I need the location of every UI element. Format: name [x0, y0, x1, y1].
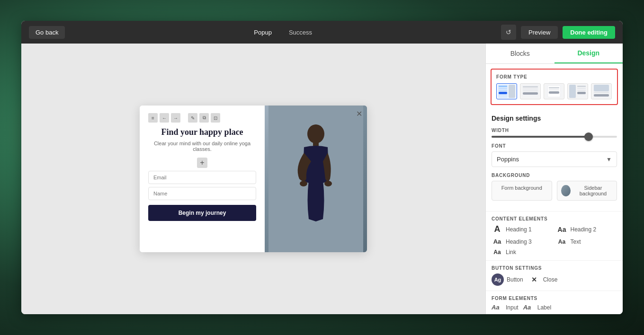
- form-type-full[interactable]: [520, 83, 541, 99]
- svg-rect-19: [549, 87, 559, 88]
- svg-rect-7: [499, 86, 507, 87]
- font-label: FONT: [492, 143, 617, 149]
- button-settings-row: Ag Button ✕ Close: [492, 273, 617, 286]
- submit-button[interactable]: Begin my journey: [148, 205, 256, 221]
- toolbar-edit-icon[interactable]: ✎: [188, 113, 197, 123]
- svg-rect-10: [499, 92, 507, 94]
- form-type-split-right[interactable]: [567, 83, 588, 99]
- heading3-icon: Aa: [492, 238, 503, 245]
- svg-rect-22: [569, 85, 576, 98]
- history-button[interactable]: ↺: [501, 25, 516, 40]
- heading2-icon: Aa: [556, 226, 568, 233]
- label-element[interactable]: Aa Label: [523, 304, 551, 311]
- text-element[interactable]: Aa Text: [556, 238, 617, 245]
- svg-rect-30: [594, 92, 609, 93]
- close-element[interactable]: ✕ Close: [528, 273, 558, 286]
- close-icon: ✕: [528, 273, 540, 286]
- form-type-card[interactable]: [544, 83, 564, 99]
- popup-close-button[interactable]: ✕: [356, 109, 362, 118]
- svg-rect-26: [577, 90, 586, 91]
- form-background-option[interactable]: Form background: [492, 181, 552, 201]
- svg-rect-27: [577, 92, 586, 94]
- text-icon: Aa: [556, 238, 568, 245]
- input-element[interactable]: Aa Input: [492, 304, 519, 311]
- label-label: Label: [537, 304, 551, 311]
- width-setting: WIDTH: [492, 128, 617, 138]
- width-slider[interactable]: [492, 136, 617, 138]
- svg-rect-29: [594, 85, 609, 91]
- toolbar-right-icon[interactable]: →: [171, 113, 180, 123]
- link-label: Link: [506, 249, 516, 256]
- design-settings-title: Design settings: [492, 115, 617, 122]
- heading2-element[interactable]: Aa Heading 2: [556, 224, 617, 234]
- button-label: Button: [507, 276, 523, 283]
- text-label: Text: [571, 238, 581, 245]
- form-type-label: FORM TYPE: [496, 74, 612, 79]
- sidebar-bg-thumb: [561, 185, 571, 196]
- popup-preview: ✕ ≡ ← → ✎ ⧉ ⊡ Find your happy place Clea…: [140, 106, 367, 252]
- heading1-element[interactable]: A Heading 1: [492, 224, 553, 234]
- form-subtitle: Clear your mind with our daily online yo…: [148, 141, 256, 152]
- name-input[interactable]: [148, 187, 256, 200]
- background-label: BACKGROUND: [492, 173, 617, 178]
- right-panel: Blocks Design FORM TYPE: [485, 44, 623, 314]
- toolbar-left-icon[interactable]: ←: [160, 113, 169, 123]
- button-icon: Ag: [492, 273, 504, 286]
- chevron-down-icon: ▼: [606, 156, 612, 163]
- form-toolbar: ≡ ← → ✎ ⧉ ⊡: [148, 113, 256, 123]
- svg-rect-8: [499, 88, 507, 89]
- form-elements-section: FORM ELEMENTS Aa Input Aa Label: [486, 291, 623, 314]
- toolbar-delete-icon[interactable]: ⊡: [211, 113, 220, 123]
- button-element[interactable]: Ag Button: [492, 273, 523, 286]
- svg-point-4: [300, 181, 307, 186]
- svg-rect-14: [523, 88, 538, 89]
- label-icon: Aa: [523, 304, 535, 311]
- svg-rect-13: [523, 86, 538, 88]
- background-setting: BACKGROUND Form background Sidebar backg…: [492, 173, 617, 201]
- tab-success[interactable]: Success: [282, 26, 319, 39]
- svg-rect-11: [509, 85, 515, 98]
- input-icon: Aa: [492, 304, 503, 311]
- main-content: 5 different form types to choose from ✕ …: [21, 44, 623, 314]
- tab-blocks[interactable]: Blocks: [486, 44, 555, 63]
- preview-button[interactable]: Preview: [521, 26, 558, 39]
- svg-point-2: [307, 124, 324, 143]
- add-block-button[interactable]: +: [197, 158, 207, 168]
- go-back-button[interactable]: Go back: [29, 26, 65, 39]
- form-type-section: FORM TYPE: [491, 69, 618, 105]
- svg-rect-16: [523, 92, 538, 95]
- yoga-image: [265, 106, 367, 252]
- form-section: ≡ ← → ✎ ⧉ ⊡ Find your happy place Clear …: [140, 106, 265, 252]
- sidebar-background-option[interactable]: Sidebar background: [557, 181, 617, 201]
- font-dropdown[interactable]: Poppins ▼: [492, 151, 617, 167]
- tab-design[interactable]: Design: [555, 44, 623, 63]
- svg-rect-25: [577, 88, 586, 89]
- top-bar: Go back Popup Success ↺ Preview Done edi…: [21, 21, 623, 44]
- toolbar-copy-icon[interactable]: ⧉: [199, 113, 209, 123]
- svg-rect-20: [549, 89, 559, 90]
- top-bar-right: ↺ Preview Done editing: [501, 25, 615, 40]
- heading1-label: Heading 1: [506, 226, 532, 233]
- tab-bar: Popup Success: [65, 26, 501, 39]
- form-type-split-left[interactable]: [496, 83, 517, 99]
- font-value: Poppins: [497, 156, 519, 163]
- svg-rect-24: [577, 86, 586, 87]
- content-elements-grid: A Heading 1 Aa Heading 2 Aa Heading 3 Aa…: [492, 224, 617, 256]
- svg-rect-9: [499, 90, 507, 91]
- width-label: WIDTH: [492, 128, 617, 133]
- link-icon: Aa: [492, 249, 503, 256]
- form-elements-row: Aa Input Aa Label: [492, 304, 617, 311]
- link-element[interactable]: Aa Link: [492, 249, 553, 256]
- canvas-area: 5 different form types to choose from ✕ …: [21, 44, 485, 314]
- svg-rect-31: [594, 94, 609, 97]
- heading3-element[interactable]: Aa Heading 3: [492, 238, 553, 245]
- panel-tabs: Blocks Design: [486, 44, 623, 64]
- email-input[interactable]: [148, 171, 256, 184]
- done-editing-button[interactable]: Done editing: [563, 26, 615, 39]
- form-type-minimal[interactable]: [591, 83, 612, 99]
- toolbar-align-icon[interactable]: ≡: [148, 113, 158, 123]
- content-elements-label: CONTENT ELEMENTS: [492, 216, 617, 221]
- font-setting: FONT Poppins ▼: [492, 143, 617, 167]
- content-elements-section: CONTENT ELEMENTS A Heading 1 Aa Heading …: [486, 212, 623, 261]
- tab-popup[interactable]: Popup: [247, 26, 278, 39]
